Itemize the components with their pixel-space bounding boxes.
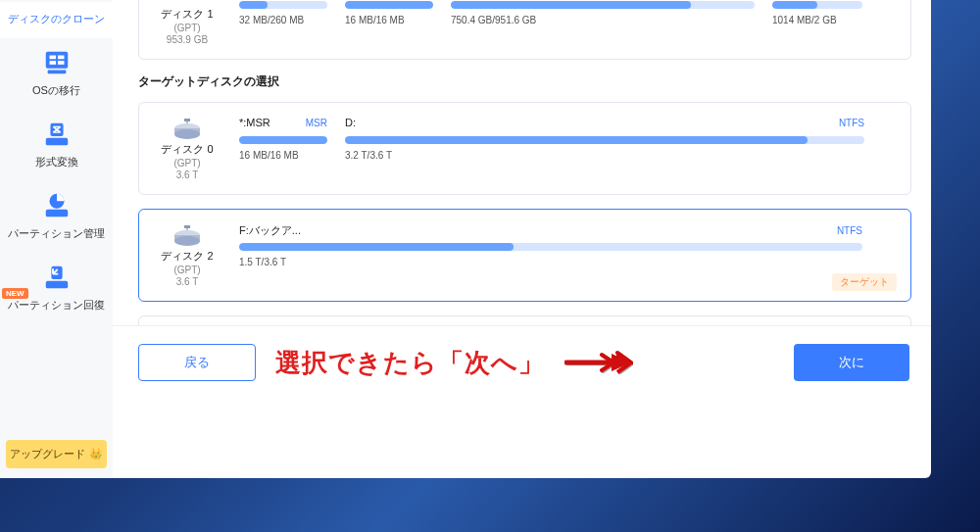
upgrade-button[interactable]: アップグレード 👑: [6, 440, 107, 468]
disk-name: ディスク 2: [161, 249, 213, 264]
disk-icon: [172, 0, 202, 1]
partition-bar: [451, 1, 755, 9]
source-disk-card[interactable]: ディスク 1 (GPT) 953.9 GB *:EFI FAT32 32 MB/…: [138, 0, 911, 60]
svg-rect-10: [45, 281, 68, 289]
svg-rect-2: [57, 56, 64, 60]
disk-card-partial[interactable]: [138, 315, 911, 325]
partitions-row: *:EFI FAT32 32 MB/260 MB *:MSR MSR 16 MB…: [239, 0, 895, 45]
svg-rect-0: [45, 52, 68, 69]
partitions-row: *:MSR MSR 16 MB/16 MB D: NTFS 3.2 T/3.6 …: [239, 117, 895, 180]
sidebar-item-label: ディスクのクローン: [8, 12, 105, 26]
sidebar-item-label: パーティション管理: [8, 226, 105, 241]
external-disk-icon: [172, 225, 202, 243]
partition: *:Windows... OEM 1014 MB/2 GB: [772, 0, 862, 45]
partition-fs: MSR: [306, 118, 327, 128]
disk-type: (GPT): [173, 265, 200, 275]
svg-rect-8: [45, 210, 68, 218]
back-button[interactable]: 戻る: [138, 344, 256, 381]
partition-name: *:MSR: [239, 117, 270, 128]
disk-size: 953.9 GB: [167, 34, 208, 45]
svg-rect-17: [184, 119, 190, 121]
partition-name: D:: [345, 117, 356, 128]
partition-fs: NTFS: [839, 118, 864, 128]
partition-usage: 16 MB/16 MB: [345, 15, 433, 25]
svg-rect-4: [57, 61, 64, 65]
partition-usage: 1014 MB/2 GB: [772, 15, 862, 25]
partition-manager-icon: [42, 191, 72, 220]
svg-point-20: [174, 129, 200, 139]
partition-usage: 16 MB/16 MB: [239, 150, 327, 161]
partition: *:MSR MSR 16 MB/16 MB: [239, 117, 327, 180]
sidebar-item-os-migration[interactable]: OSの移行: [0, 38, 113, 110]
sidebar-item-label: パーティション回復: [8, 298, 105, 313]
partition: C:Windows NTFS 750.4 GB/951.6 GB: [451, 0, 755, 45]
format-convert-icon: [42, 120, 72, 149]
svg-rect-3: [49, 61, 56, 65]
arrow-right-icon: [564, 351, 633, 374]
os-migration-icon: [42, 48, 72, 77]
partition-recovery-icon: [42, 263, 72, 292]
target-section-title: ターゲットディスクの選択: [138, 73, 911, 90]
disk-type: (GPT): [173, 158, 200, 169]
disk-name: ディスク 1: [161, 7, 213, 22]
partition-bar: [772, 1, 862, 9]
svg-rect-22: [184, 225, 190, 228]
target-disk-card[interactable]: ディスク 2 (GPT) 3.6 T F:バックア... NTFS 1.5 T/…: [138, 209, 911, 302]
partition-bar: [239, 243, 862, 251]
sidebar-item-disk-clone[interactable]: ディスクのクローン: [0, 2, 113, 38]
disk-name: ディスク 0: [161, 142, 213, 157]
footer-bar: 戻る 選択できたら「次へ」 次に: [113, 325, 931, 381]
next-button[interactable]: 次に: [794, 344, 909, 381]
main-panel: ディスク 1 (GPT) 953.9 GB *:EFI FAT32 32 MB/…: [113, 0, 931, 478]
disk-type: (GPT): [173, 23, 200, 33]
svg-point-25: [174, 236, 200, 246]
partition-usage: 1.5 T/3.6 T: [239, 257, 862, 267]
new-badge: NEW: [2, 288, 28, 299]
partition-bar: [345, 1, 433, 9]
svg-rect-1: [49, 56, 56, 60]
sidebar-item-label: 形式変換: [35, 155, 78, 169]
svg-rect-5: [47, 71, 66, 74]
disk-size: 3.6 T: [176, 169, 199, 180]
partition: F:バックア... NTFS 1.5 T/3.6 T: [239, 223, 862, 287]
partition-bar: [345, 136, 864, 144]
sidebar-item-label: OSの移行: [32, 83, 80, 98]
sidebar: ディスクのクローン OSの移行 形式変換 パーティション管理 NEW: [0, 0, 113, 478]
partition-usage: 3.2 T/3.6 T: [345, 150, 864, 161]
target-tag: ターゲット: [832, 273, 897, 291]
partition-usage: 750.4 GB/951.6 GB: [451, 15, 755, 25]
partition: *:EFI FAT32 32 MB/260 MB: [239, 0, 327, 45]
external-disk-icon: [172, 119, 202, 136]
partition: D: NTFS 3.2 T/3.6 T: [345, 117, 864, 180]
partition-bar: [239, 1, 327, 9]
sidebar-item-partition-manager[interactable]: パーティション管理: [0, 181, 113, 253]
partitions-row: F:バックア... NTFS 1.5 T/3.6 T: [239, 223, 895, 287]
partition-fs: NTFS: [837, 225, 862, 236]
target-disk-card[interactable]: ディスク 0 (GPT) 3.6 T *:MSR MSR 16 MB/16 MB…: [138, 102, 911, 195]
svg-rect-6: [45, 138, 68, 146]
sidebar-item-format-convert[interactable]: 形式変換: [0, 110, 113, 181]
disk-size: 3.6 T: [176, 276, 199, 287]
partition: *:MSR MSR 16 MB/16 MB: [345, 0, 433, 45]
partition-usage: 32 MB/260 MB: [239, 15, 327, 25]
partition-name: F:バックア...: [239, 223, 301, 238]
annotation-text: 選択できたら「次へ」: [275, 346, 545, 380]
partition-bar: [239, 136, 327, 144]
